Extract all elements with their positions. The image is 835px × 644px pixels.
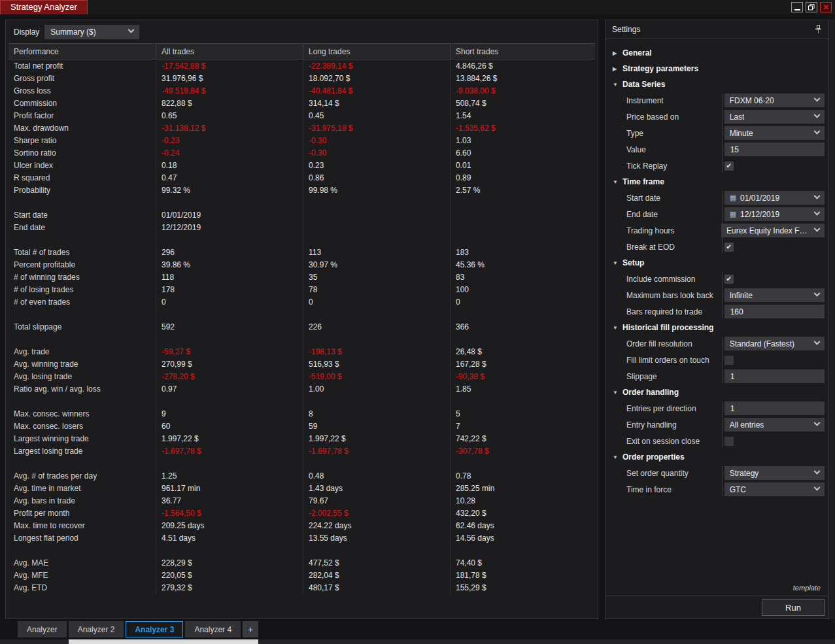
metric-value: 4.846,26 $	[450, 59, 595, 72]
table-row: Sortino ratio-0.24-0.306.60	[9, 146, 595, 159]
tab-analyzer-2[interactable]: Analyzer 2	[69, 621, 124, 637]
pin-button[interactable]	[815, 24, 822, 35]
settings-section-strategy-parameters[interactable]: ▶Strategy parameters	[611, 61, 825, 76]
metric-value: -0.30	[303, 134, 450, 146]
field-label: Trading hours	[611, 226, 716, 235]
tab-analyzer-3[interactable]: Analyzer 3	[126, 621, 183, 637]
run-button[interactable]: Run	[762, 599, 825, 616]
value-input[interactable]: 15	[724, 143, 825, 156]
order-fill-resolution-select[interactable]: Standard (Fastest)	[724, 337, 825, 350]
display-select[interactable]: Summary ($)	[44, 25, 139, 39]
metric-value: 78	[303, 283, 450, 296]
start-date-select[interactable]: ▦01/01/2019	[724, 191, 825, 205]
metric-label: Avg. MAE	[9, 556, 156, 569]
minimize-icon	[794, 9, 800, 10]
table-row: Avg. MFE220,05 $282,04 $181,78 $	[9, 569, 595, 581]
metric-value: 0.78	[450, 469, 595, 482]
metric-value: -1.697,78 $	[156, 445, 303, 457]
metric-value: 183	[450, 246, 595, 258]
settings-section-general[interactable]: ▶General	[611, 45, 825, 61]
chevron-expanded-icon: ▼	[611, 260, 622, 266]
column-header-short-trades[interactable]: Short trades	[450, 44, 595, 59]
column-header-performance[interactable]: Performance	[9, 44, 156, 59]
settings-body: ▶General▶Strategy parameters▼Data Series…	[605, 42, 828, 579]
table-spacer-row	[9, 544, 595, 556]
minimize-button[interactable]	[791, 2, 803, 12]
metric-label	[9, 233, 156, 246]
price-based-on-select[interactable]: Last	[724, 110, 825, 124]
select-value: Strategy	[730, 469, 759, 478]
field-label: Maximum bars look back	[611, 291, 719, 300]
end-date-select[interactable]: ▦12/12/2019	[724, 207, 825, 221]
entry-handling-select[interactable]: All entries	[724, 418, 825, 432]
template-link[interactable]: template	[793, 584, 821, 592]
break-at-eod-checkbox[interactable]: ✔	[724, 243, 734, 252]
metric-value: 592	[156, 320, 303, 333]
table-row: Avg. winning trade270,99 $516,93 $167,28…	[9, 358, 595, 370]
metric-label: # of winning trades	[9, 271, 156, 283]
metric-value	[303, 233, 450, 246]
metric-value: 118	[156, 271, 303, 283]
metric-label	[9, 308, 156, 320]
chevron-down-icon	[814, 468, 821, 475]
restore-button[interactable]	[806, 2, 817, 12]
metric-value: 39.86 %	[156, 258, 303, 271]
column-header-long-trades[interactable]: Long trades	[303, 44, 450, 59]
field-label: Slippage	[611, 372, 719, 381]
table-row: Max. drawdown-31.138,12 $-31.975,18 $-1.…	[9, 122, 595, 134]
tab-analyzer-4[interactable]: Analyzer 4	[185, 621, 241, 637]
metric-label: Total net profit	[9, 59, 156, 72]
instrument-select[interactable]: FDXM 06-20	[724, 93, 825, 107]
settings-section-order-properties[interactable]: ▼Order properties	[611, 449, 825, 465]
settings-section-historical-fill-processing[interactable]: ▼Historical fill processing	[611, 320, 825, 335]
section-label: Data Series	[622, 80, 665, 89]
metric-label	[9, 544, 156, 556]
field-label: Tick Replay	[611, 161, 719, 171]
bars-required-to-trade-input[interactable]: 160	[724, 305, 825, 318]
settings-section-setup[interactable]: ▼Setup	[611, 255, 825, 271]
table-row: R squared0.470.860.89	[9, 171, 595, 184]
window-title-tab[interactable]: Strategy Analyzer	[0, 0, 88, 14]
include-commission-checkbox[interactable]: ✔	[724, 275, 734, 284]
chevron-down-icon	[814, 339, 821, 345]
type-select[interactable]: Minute	[724, 126, 825, 140]
horizontal-scrollbar[interactable]	[0, 639, 835, 644]
maximum-bars-look-back-select[interactable]: Infinite	[724, 288, 825, 302]
settings-section-time-frame[interactable]: ▼Time frame	[611, 174, 825, 190]
tab-analyzer[interactable]: Analyzer	[18, 621, 67, 637]
table-header-row: PerformanceAll tradesLong tradesShort tr…	[9, 43, 595, 59]
metric-value: 0.48	[303, 469, 450, 482]
table-row: Ratio avg. win / avg. loss0.971.001.85	[9, 382, 595, 395]
metric-label: Avg. losing trade	[9, 370, 156, 382]
metric-value: 0.65	[156, 109, 303, 122]
set-order-quantity-select[interactable]: Strategy	[724, 466, 825, 480]
time-in-force-select[interactable]: GTC	[724, 483, 825, 496]
settings-section-data-series[interactable]: ▼Data Series	[611, 76, 825, 92]
settings-scrollbar-gutter[interactable]	[829, 20, 835, 619]
column-header-all-trades[interactable]: All trades	[156, 44, 303, 59]
trading-hours-select[interactable]: Eurex Equity Index Fut...	[721, 224, 825, 237]
close-button[interactable]: ✕	[820, 2, 832, 12]
metric-label: Gross profit	[9, 72, 156, 84]
entries-per-direction-input[interactable]: 1	[724, 401, 825, 415]
metric-value: 0	[303, 296, 450, 308]
fill-limit-orders-on-touch-checkbox[interactable]	[724, 356, 734, 365]
exit-on-session-close-checkbox[interactable]	[724, 437, 734, 446]
select-value: All entries	[730, 420, 764, 430]
table-row: Avg. ETD279,32 $480,17 $155,29 $	[9, 581, 595, 594]
tick-replay-checkbox[interactable]: ✔	[724, 161, 734, 171]
settings-section-order-handling[interactable]: ▼Order handling	[611, 384, 825, 400]
add-tab-button[interactable]: +	[243, 621, 258, 637]
table-row: Sharpe ratio-0.23-0.301.03	[9, 134, 595, 146]
table-row: Gross loss-49.519,84 $-40.481,84 $-9.038…	[9, 84, 595, 97]
horizontal-scrollbar-thumb[interactable]	[69, 639, 258, 644]
table-spacer-row	[9, 196, 595, 209]
metric-value: 296	[156, 246, 303, 258]
metric-value: -519,00 $	[303, 370, 450, 382]
metric-value	[450, 333, 595, 345]
table-row: Max. consec. winners985	[9, 407, 595, 420]
metric-value: 178	[156, 283, 303, 296]
metric-value: 167,28 $	[450, 358, 595, 370]
settings-field-fill-limit-orders-on-touch: Fill limit orders on touch	[611, 352, 825, 368]
slippage-input[interactable]: 1	[724, 369, 825, 383]
